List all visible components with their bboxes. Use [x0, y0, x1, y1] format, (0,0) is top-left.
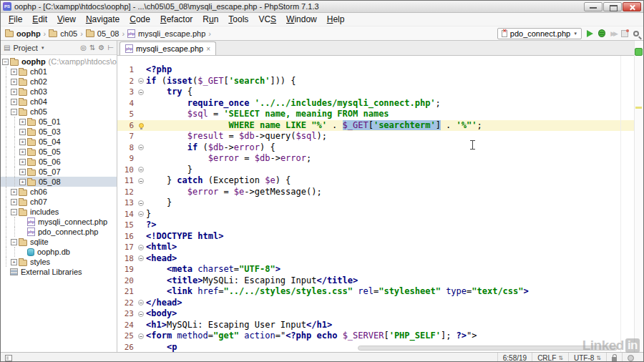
code-line-1[interactable]: 1<?php [117, 64, 643, 76]
tree-item-styles[interactable]: +styles [1, 257, 117, 267]
encoding-select[interactable]: UTF-8⇅ [568, 353, 606, 362]
tree-item-ch03[interactable]: +ch03 [1, 87, 117, 97]
code-line-11[interactable]: 11 } catch (Exception $e) { [117, 175, 643, 187]
code-line-10[interactable]: 10 } [117, 165, 643, 176]
fold-marker-icon[interactable] [138, 145, 144, 150]
expander-icon[interactable]: + [11, 79, 17, 85]
menu-file[interactable]: File [4, 13, 27, 26]
tree-item-ch06[interactable]: +ch06 [1, 187, 117, 197]
expander-icon[interactable]: + [19, 119, 26, 125]
tree-item-oophp[interactable]: −oophp(C:\xampp\htdocs\oophp) [1, 57, 117, 67]
tree-item-pdo-connect-php[interactable]: phppdo_connect.php [1, 227, 117, 237]
code-line-13[interactable]: 13 } [117, 197, 643, 209]
fold-marker-icon[interactable] [138, 167, 144, 172]
tree-item-05-08[interactable]: +05_08 [1, 177, 117, 187]
menu-navigate[interactable]: Navigate [81, 13, 125, 26]
search-icon[interactable] [633, 31, 639, 36]
debug-button[interactable] [598, 29, 605, 37]
caret-position[interactable]: 6:58/19 [497, 353, 532, 362]
tab-mysqli-escape[interactable]: php mysqli_escape.php × [119, 41, 216, 55]
tree-item-ch05[interactable]: −ch05 [1, 107, 117, 117]
fold-marker-icon[interactable] [138, 300, 144, 305]
intention-bulb-icon[interactable] [139, 123, 144, 128]
tree-item-ch07[interactable]: +ch07 [1, 197, 117, 207]
code-line-24[interactable]: 24<h1>MySQLi: Escaping User Input</h1> [117, 320, 643, 331]
fold-marker-icon[interactable] [138, 255, 144, 261]
code-line-14[interactable]: 14} [117, 209, 643, 220]
tree-item-05-03[interactable]: +05_03 [1, 127, 117, 137]
code-line-5[interactable]: 5 $sql = 'SELECT name, meaning FROM name… [117, 109, 643, 120]
code-line-9[interactable]: 9 $error = $db->error; [117, 153, 643, 165]
fold-marker-icon[interactable] [138, 78, 144, 84]
breadcrumb-mysqli_escape.php[interactable]: phpmysqli_escape.php [127, 29, 205, 38]
tree-item-mysqli-connect-php[interactable]: phpmysqli_connect.php [1, 217, 117, 227]
expander-icon[interactable]: − [2, 59, 9, 65]
code-line-25[interactable]: 25<form method="get" action="<?php echo … [117, 331, 643, 342]
expander-icon[interactable]: + [19, 139, 26, 145]
fold-marker-icon[interactable] [138, 200, 144, 206]
code-line-22[interactable]: 22</head> [117, 298, 643, 309]
code-line-15[interactable]: 15?> [117, 220, 643, 231]
expander-icon[interactable]: + [11, 189, 17, 195]
lock-indicator[interactable] [606, 353, 622, 362]
breadcrumb-ch05[interactable]: ch05 [49, 29, 77, 38]
fold-marker-icon[interactable] [138, 245, 144, 250]
menu-window[interactable]: Window [281, 13, 322, 26]
code-line-20[interactable]: 20 <title>MySQLi: Escaping Input</title> [117, 275, 643, 287]
code-editor[interactable]: 1<?php2if (isset($_GET['search'])) {3 tr… [117, 56, 643, 352]
breadcrumb-05_08[interactable]: 05_08 [86, 29, 119, 38]
run-config-select[interactable]: pdo_connect.php ▼ [497, 28, 582, 39]
code-line-4[interactable]: 4 require_once '../../includes/mysqli_co… [117, 98, 643, 109]
project-panel-title[interactable]: Project [13, 44, 37, 52]
menu-code[interactable]: Code [125, 13, 155, 26]
breadcrumb-oophp[interactable]: oophp [5, 29, 41, 38]
scrollbar-thumb[interactable] [358, 346, 617, 351]
code-line-2[interactable]: 2if (isset($_GET['search'])) { [117, 76, 643, 87]
tree-item-05-01[interactable]: +05_01 [1, 117, 117, 127]
code-line-8[interactable]: 8 if ($db->error) { [117, 142, 643, 154]
menu-help[interactable]: Help [322, 13, 350, 26]
code-line-18[interactable]: 18<head> [117, 253, 643, 265]
tree-item-oophp-db[interactable]: oophp.db [1, 247, 117, 257]
code-line-3[interactable]: 3 try { [117, 87, 643, 98]
fold-marker-icon[interactable] [138, 333, 144, 339]
tree-item-05-04[interactable]: +05_04 [1, 137, 117, 147]
tree-item-ch01[interactable]: +ch01 [1, 67, 117, 77]
expander-icon[interactable]: + [11, 69, 17, 75]
gear-icon[interactable]: ⚙ [98, 44, 104, 52]
tree-item-ch02[interactable]: +ch02 [1, 77, 117, 87]
expander-icon[interactable]: − [11, 209, 17, 215]
expander-icon[interactable]: + [11, 89, 17, 95]
tree-item-includes[interactable]: −includes [1, 207, 117, 217]
hide-panel-icon[interactable]: ⊢ [107, 44, 114, 52]
inspection-status-indicator[interactable] [635, 48, 643, 56]
toolwindow-toggle-icon[interactable] [5, 355, 12, 361]
fold-marker-icon[interactable] [138, 211, 144, 217]
menu-view[interactable]: View [52, 13, 81, 26]
hector-inspector[interactable] [622, 353, 639, 362]
tree-item-external-libraries[interactable]: External Libraries [1, 267, 117, 277]
fold-marker-icon[interactable] [138, 311, 144, 317]
close-button[interactable] [623, 2, 641, 11]
expander-icon[interactable]: + [19, 159, 26, 165]
tab-close-icon[interactable]: × [206, 45, 210, 53]
expander-icon[interactable]: − [11, 109, 17, 115]
collapse-all-icon[interactable]: ⇅ [89, 44, 95, 52]
expander-icon[interactable]: + [11, 199, 17, 205]
line-ending-select[interactable]: CRLF⇅ [532, 353, 568, 362]
tree-item-ch04[interactable]: +ch04 [1, 97, 117, 107]
expander-icon[interactable]: + [19, 129, 26, 135]
expander-icon[interactable]: + [11, 99, 17, 105]
tree-item-05-05[interactable]: +05_05 [1, 147, 117, 157]
expander-icon[interactable]: + [19, 179, 26, 185]
code-line-16[interactable]: 16<!DOCTYPE html> [117, 231, 643, 243]
scroll-from-source-icon[interactable]: ◎ [80, 44, 87, 52]
menu-edit[interactable]: Edit [27, 13, 52, 26]
expander-icon[interactable]: + [19, 169, 26, 175]
menu-run[interactable]: Run [197, 13, 223, 26]
code-line-6[interactable]: 6 WHERE name LIKE "%' . $_GET['searchter… [117, 120, 643, 132]
maximize-button[interactable] [603, 2, 622, 11]
code-line-17[interactable]: 17<html> [117, 242, 643, 253]
menu-tools[interactable]: Tools [223, 13, 253, 26]
expander-icon[interactable]: − [11, 239, 17, 245]
